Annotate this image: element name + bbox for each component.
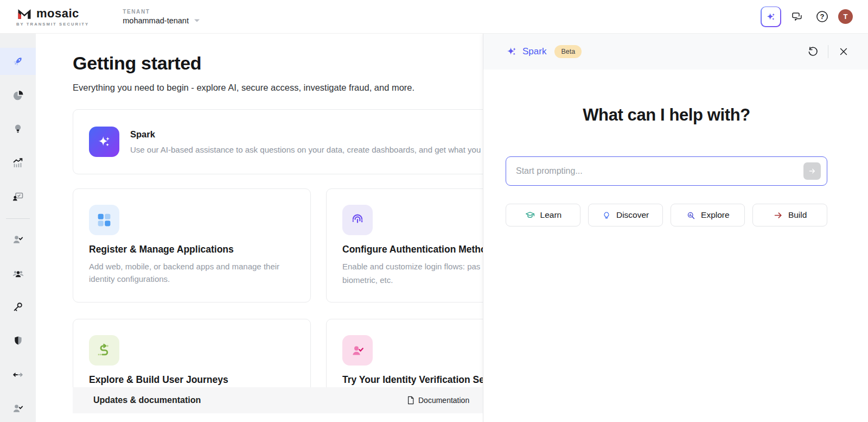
spark-tile [89,127,119,157]
sidebar-item-analytics[interactable] [0,149,36,177]
beta-badge: Beta [554,45,582,58]
updates-documentation-bar: Updates & documentation Documentation [73,387,483,413]
build-button[interactable]: Build [752,204,827,226]
tenant-label: TENANT [123,9,200,15]
card-spark[interactable]: Spark Use our AI-based assistance to ask… [73,109,483,174]
people-group-icon [11,267,25,280]
logo-tagline: BY TRANSMIT SECURITY [16,22,89,27]
tenant-value: mohammad-tenant [123,16,189,25]
discover-button[interactable]: Discover [588,204,663,226]
spark-sparkle-icon [506,46,518,58]
shield-icon [12,335,24,347]
header-divider [828,45,828,58]
sidebar-item-console-demo[interactable] [0,183,36,210]
page-title: Getting started [73,52,483,74]
person-check-icon [11,233,24,246]
rocket-icon [11,55,24,68]
tenant-selector[interactable]: TENANT mohammad-tenant [123,9,200,25]
card-configure-authentication[interactable]: Configure Authentication Metho Enable an… [326,188,483,303]
spark-heading: What can I help with? [506,104,827,126]
spark-sparkle-icon [765,11,776,22]
apps-tile [89,205,119,235]
arrows-horizontal-icon [11,368,24,381]
documentation-link-label: Documentation [418,396,469,405]
logo-wordmark: mosaic [36,7,79,21]
key-icon [11,300,24,313]
history-icon [807,46,819,58]
quick-actions: Learn Discover [506,204,827,226]
mosaic-logo-icon [16,7,33,20]
help-button[interactable]: ? [814,9,830,25]
sidebar-item-security[interactable] [0,327,36,354]
arrow-right-icon [773,210,783,221]
verify-tile [342,335,373,366]
sidebar-item-integrations[interactable] [0,361,36,388]
person-monitor-icon [11,190,24,203]
card-description: Add web, mobile, or backend apps and man… [89,261,282,285]
pie-chart-icon [12,89,24,102]
person-check-icon [11,402,24,415]
feedback-button[interactable] [789,9,806,25]
sidebar-divider [6,218,30,219]
sidebar-item-getting-started[interactable] [0,48,36,75]
card-title: Try Your Identity Verification Setu [342,374,483,386]
person-check-icon [350,343,365,358]
graduation-cap-icon [525,210,535,221]
prompt-box [506,156,827,186]
chart-trend-icon [11,156,24,169]
card-description: Use our AI-based assistance to ask quest… [130,145,481,154]
sidebar-item-identity-check[interactable] [0,226,36,253]
spark-panel-header: Spark Beta [483,34,868,70]
page-subtitle: Everything you need to begin - explore A… [73,81,483,94]
fingerprint-icon [350,212,365,228]
mosaic-logo[interactable]: mosaic BY TRANSMIT SECURITY [16,7,89,27]
svg-text:?: ? [820,12,824,21]
chat-bubbles-icon [790,10,805,23]
card-description-line2: biometric, etc. [342,274,483,287]
sidebar-item-users[interactable] [0,260,36,287]
sidebar-item-lightbulb[interactable] [0,115,36,142]
chevron-down-icon [194,18,200,23]
account-avatar[interactable]: T [838,9,853,24]
sidebar-item-keys[interactable] [0,293,36,320]
learn-button[interactable]: Learn [506,204,580,226]
magnifier-chart-icon [686,210,696,221]
journey-flow-icon [96,342,112,358]
auth-tile [342,205,373,235]
card-title: Explore & Build User Journeys [89,374,295,386]
card-register-applications[interactable]: Register & Manage Applications Add web, … [73,188,311,303]
lightbulb-icon [602,210,611,220]
learn-label: Learn [540,210,562,220]
prompt-input[interactable] [516,166,803,176]
help-icon: ? [815,10,829,23]
explore-button[interactable]: Explore [671,204,745,226]
journeys-tile [89,335,119,366]
sidebar-item-verification[interactable] [0,395,36,422]
discover-label: Discover [616,210,649,220]
spark-panel-title: Spark [522,46,546,57]
topbar-actions: ? T [761,7,853,27]
arrow-right-icon [808,167,816,175]
documentation-link[interactable]: Documentation [407,396,469,405]
top-bar: mosaic BY TRANSMIT SECURITY TENANT moham… [0,0,868,34]
app-shell: Getting started Everything you need to b… [0,34,868,422]
card-title: Register & Manage Applications [89,244,295,255]
explore-label: Explore [701,210,730,220]
sidebar [0,34,36,422]
main-content: Getting started Everything you need to b… [36,34,483,422]
spark-toggle-button[interactable] [761,7,781,27]
card-title: Configure Authentication Metho [342,244,483,255]
spark-sparkle-icon [97,134,112,149]
spark-panel: Spark Beta What can I help [483,34,868,422]
lightbulb-icon [12,123,24,135]
history-button[interactable] [805,43,821,60]
sidebar-item-pie-chart[interactable] [0,81,36,109]
bottom-spacer [36,413,483,422]
card-title: Spark [130,129,481,140]
build-label: Build [788,210,807,220]
close-panel-button[interactable] [835,43,852,60]
updates-bar-title: Updates & documentation [93,395,201,405]
card-description-line1: Enable and customize login flows: pas [342,261,483,273]
send-button[interactable] [803,162,821,180]
spark-brand: Spark Beta [506,45,582,58]
